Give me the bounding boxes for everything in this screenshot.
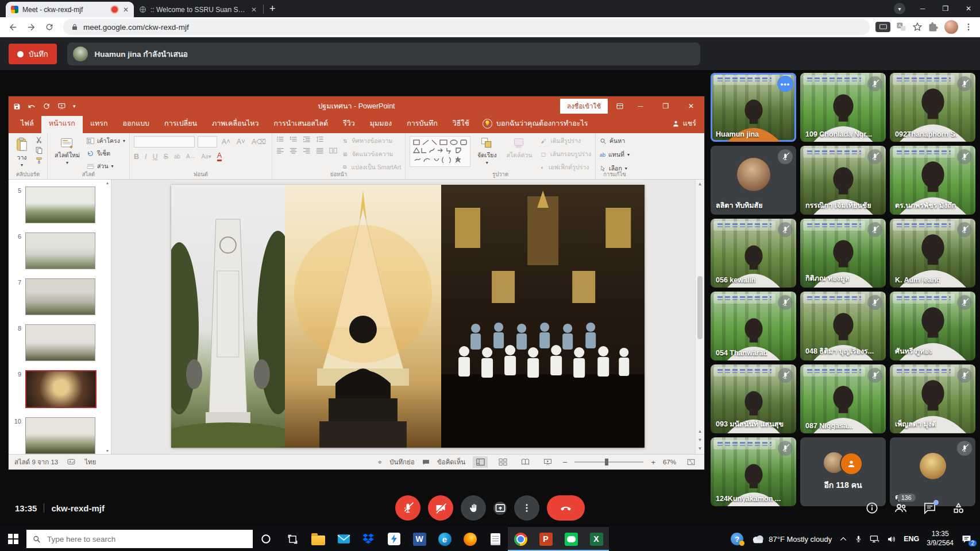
sign-in-button[interactable]: ลงชื่อเข้าใช้ — [560, 99, 608, 114]
line-spacing-icon[interactable] — [316, 136, 324, 142]
thumbnail-scrollbar[interactable]: ▲▼ — [105, 181, 110, 453]
slide-thumbnail[interactable] — [25, 187, 95, 223]
next-slide-button[interactable]: ▼ — [698, 437, 703, 443]
start-slideshow-button[interactable] — [57, 103, 66, 110]
raise-hand-button[interactable] — [461, 495, 486, 521]
browser-tab[interactable]: Meet - ckw-rexd-mjf✕ — [6, 2, 134, 17]
spellcheck-icon[interactable] — [67, 459, 75, 465]
chrome-taskbar-button[interactable] — [508, 527, 533, 551]
participant-tile[interactable]: K. Aum jeang — [890, 219, 975, 288]
participant-tile[interactable]: ลลิตา ทับทิมสัย — [711, 146, 796, 215]
participant-tile[interactable]: ดร.นภพรพัชร มังถึก — [890, 146, 975, 215]
word-taskbar-button[interactable]: W — [407, 527, 432, 551]
slideshow-view-button[interactable] — [540, 456, 555, 468]
share-button[interactable]: แชร์ — [672, 118, 704, 133]
participant-tile[interactable]: กรรณิกา เจิมเทียนชัย — [800, 146, 886, 215]
text-direction-button[interactable]: ⇅ทิศทางข้อความ — [341, 136, 401, 146]
minimize-window-button[interactable]: ─ — [911, 0, 934, 17]
search-input[interactable] — [46, 534, 246, 544]
extensions-icon[interactable] — [928, 22, 939, 32]
scroll-down-icon[interactable]: ▼ — [106, 449, 110, 453]
mail-taskbar-button[interactable] — [331, 527, 356, 551]
slide-thumbnail[interactable] — [25, 417, 95, 454]
shape-outline-button[interactable]: ▢เส้นกรอบรูปร่าง — [539, 149, 591, 159]
arrange-button[interactable]: จัดเรียง▾ — [474, 136, 499, 166]
undo-button[interactable] — [28, 103, 36, 110]
task-view-button[interactable] — [279, 527, 306, 551]
bullets-icon[interactable] — [276, 136, 284, 142]
presenter-bar[interactable]: Huamun jina กำลังนำเสนอ — [67, 42, 700, 65]
participant-tile[interactable]: 109 Chonlada Ngr... — [800, 73, 886, 142]
restore-window-button[interactable]: ❐ — [934, 0, 957, 17]
notes-taskbar-button[interactable] — [483, 527, 508, 551]
slide-thumbnail-row[interactable]: 8 — [12, 324, 105, 361]
redo-button[interactable] — [43, 102, 51, 110]
ppt-tab-9[interactable]: การบันทึก — [399, 114, 445, 133]
slide-thumbnail[interactable] — [25, 278, 95, 315]
shapes-gallery[interactable] — [410, 136, 470, 167]
browser-menu-icon[interactable] — [964, 22, 973, 32]
powerpoint-taskbar-button[interactable]: P — [533, 527, 558, 551]
reload-button[interactable] — [41, 19, 57, 35]
align-left-icon[interactable] — [276, 148, 284, 154]
normal-view-button[interactable] — [473, 456, 488, 468]
char-spacing-button[interactable]: A↔ — [186, 153, 196, 160]
font-color-button[interactable]: A — [217, 152, 222, 161]
chat-button[interactable] — [923, 502, 936, 515]
recording-indicator[interactable]: บันทึก — [9, 44, 57, 64]
present-now-button[interactable] — [493, 502, 507, 515]
save-button[interactable] — [13, 103, 21, 110]
cut-icon[interactable] — [35, 136, 43, 143]
fit-to-window-button[interactable] — [684, 456, 699, 468]
ribbon-display-options-button[interactable] — [616, 103, 624, 110]
language-indicator[interactable]: ไทย — [84, 457, 96, 467]
justify-icon[interactable] — [316, 148, 324, 154]
slide-thumbnail-row[interactable]: 10 — [12, 417, 105, 454]
info-icon[interactable] — [866, 502, 878, 514]
translate-icon[interactable]: A — [896, 22, 906, 32]
scrollbar-thumb[interactable] — [697, 276, 703, 339]
zoom-slider-knob[interactable] — [605, 459, 608, 465]
dropbox-taskbar-button[interactable] — [356, 527, 381, 551]
tray-mic-icon[interactable] — [855, 534, 862, 544]
get-help-icon[interactable]: ? — [731, 533, 743, 545]
ppt-minimize-button[interactable]: ─ — [632, 102, 649, 110]
forward-button[interactable] — [23, 19, 39, 35]
ppt-tab-1[interactable]: หน้าแรก — [41, 114, 83, 133]
shrink-font-icon[interactable]: A˅ — [235, 138, 247, 146]
align-text-button[interactable]: ⊞จัดแนวข้อความ — [341, 149, 401, 159]
participant-tile[interactable]: ศันทรี ภูทอง — [890, 292, 975, 360]
start-button[interactable] — [0, 527, 26, 551]
participant-tile[interactable]: 093 มนัสนันท์ แสนสุข — [711, 364, 796, 433]
notes-button[interactable]: ≑ บันทึกย่อ — [378, 457, 415, 467]
reading-view-button[interactable] — [518, 456, 533, 468]
shape-fill-button[interactable]: 🖌เติมสีรูปร่าง — [539, 136, 591, 146]
previous-slide-button[interactable]: ▲ — [698, 429, 703, 434]
ppt-tab-8[interactable]: มุมมอง — [362, 114, 399, 133]
slide-thumbnail-row[interactable]: 6 — [12, 232, 105, 269]
tile-menu-button[interactable]: ••• — [777, 76, 793, 92]
new-tab-button[interactable]: + — [269, 3, 276, 15]
change-case-button[interactable]: Aa▾ — [202, 153, 211, 160]
shadow-button[interactable]: ab — [174, 153, 180, 160]
language-switcher[interactable]: ENG — [904, 535, 919, 543]
scroll-up-icon[interactable]: ▲ — [106, 181, 110, 185]
url-bar[interactable]: meet.google.com/ckw-rexd-mjf — [63, 19, 870, 35]
end-call-button[interactable] — [547, 495, 585, 521]
tell-me-box[interactable]: 💡 บอกฉันว่าคุณต้องการทำอะไร — [483, 118, 588, 133]
slide-thumbnail[interactable] — [25, 370, 97, 408]
ppt-restore-button[interactable]: ❐ — [657, 102, 674, 110]
tab-close-icon[interactable]: ✕ — [251, 6, 257, 14]
slide-sorter-view-button[interactable] — [495, 456, 510, 468]
strikethrough-button[interactable]: S — [163, 153, 168, 161]
participant-tile[interactable]: 054 Thanwarad — [711, 292, 796, 360]
tray-expand-icon[interactable] — [839, 536, 847, 542]
scrollbar-down-icon[interactable]: ▼ — [698, 446, 703, 451]
action-center-button[interactable]: 2 — [961, 534, 975, 544]
firefox-taskbar-button[interactable] — [457, 527, 483, 551]
copy-icon[interactable] — [35, 146, 43, 154]
slide-counter[interactable]: สไลด์ 9 จาก 13 — [14, 457, 58, 467]
layout-button[interactable]: เค้าโครง▾ — [87, 136, 125, 146]
back-button[interactable] — [5, 19, 21, 35]
italic-button[interactable]: I — [145, 153, 146, 161]
